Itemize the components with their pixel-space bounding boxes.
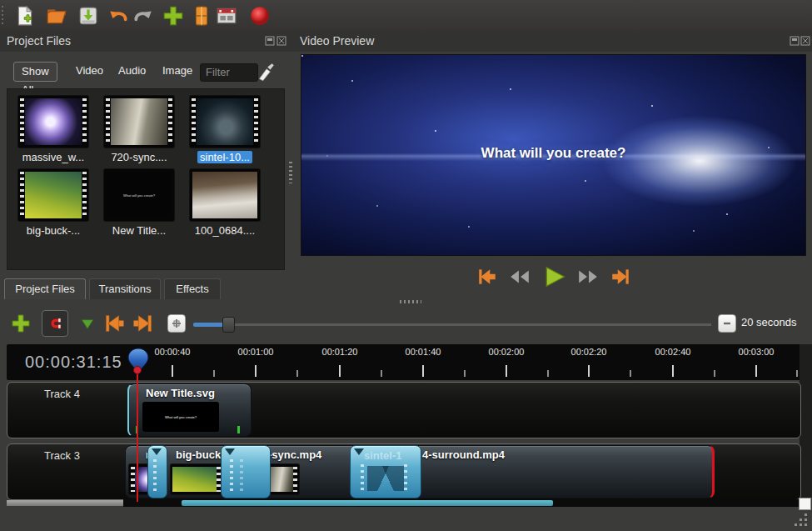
file-thumbnail-1000684[interactable] xyxy=(190,169,260,221)
ruler-tick-label: 00:01:00 xyxy=(227,347,285,357)
ruler-tick-label: 00:01:40 xyxy=(394,347,452,357)
fast-forward-button[interactable] xyxy=(577,266,599,288)
file-thumbnail-720sync[interactable] xyxy=(104,96,174,148)
tab-video[interactable]: Video xyxy=(76,62,103,80)
tab-audio[interactable]: Audio xyxy=(118,62,146,80)
add-track-button[interactable] xyxy=(11,313,31,333)
horizontal-splitter-handle[interactable] xyxy=(400,300,421,303)
file-label-selected[interactable]: sintel-10... xyxy=(182,151,268,163)
file-label[interactable]: New Title... xyxy=(96,224,182,237)
tab-transitions[interactable]: Transitions xyxy=(89,278,161,299)
clip-sync-label: -sync.mp4 xyxy=(268,448,321,461)
new-title-thumb-text: What will you create? xyxy=(107,172,172,218)
video-preview-panel-title: Video Preview xyxy=(300,34,374,48)
preview-overlay-text: What will you create? xyxy=(301,145,805,162)
track-4[interactable]: Track 4 New Title.svg What will you crea… xyxy=(7,382,801,438)
clip-big-buck-label: big-buck- xyxy=(176,448,225,461)
app-window: Project Files Video Preview Show All Vid… xyxy=(0,0,812,531)
window-resize-grip[interactable] xyxy=(805,523,807,526)
play-button[interactable] xyxy=(541,264,566,289)
clear-filter-brush-icon[interactable] xyxy=(255,62,276,83)
open-project-button[interactable] xyxy=(43,3,70,29)
clip-sintel-ghost-label: sintel-1 xyxy=(364,449,402,462)
record-icon xyxy=(249,5,271,27)
jump-end-button[interactable] xyxy=(610,266,631,288)
track-3-name: Track 3 xyxy=(44,449,80,462)
redo-button[interactable] xyxy=(130,3,157,29)
file-thumbnail-sintel[interactable] xyxy=(190,96,260,148)
add-media-icon xyxy=(162,5,184,27)
transition-1[interactable] xyxy=(147,445,167,498)
export-video-button[interactable] xyxy=(213,3,240,29)
snapping-toggle[interactable] xyxy=(42,310,68,337)
zoom-slider-handle[interactable] xyxy=(222,317,235,333)
undo-button[interactable] xyxy=(105,3,132,29)
tab-image[interactable]: Image xyxy=(162,62,192,80)
zoom-slider-track[interactable] xyxy=(193,323,711,326)
zoom-out-icon xyxy=(722,318,732,328)
chevron-down-icon[interactable] xyxy=(225,448,235,455)
transition-3[interactable]: sintel-1 xyxy=(350,445,421,498)
save-project-button[interactable] xyxy=(75,3,102,29)
ruler-tick-label: 00:02:40 xyxy=(644,347,702,357)
video-preview-frame[interactable]: What will you create? xyxy=(301,55,805,255)
project-files-float-icon[interactable] xyxy=(265,36,275,46)
file-thumbnail-newtitle[interactable]: What will you create? xyxy=(104,169,174,221)
clip-new-title[interactable]: New Title.svg What will you create? xyxy=(127,383,252,437)
tab-effects[interactable]: Effects xyxy=(164,278,221,299)
video-preview-float-icon[interactable] xyxy=(790,36,800,46)
chevron-down-icon[interactable] xyxy=(152,448,162,455)
panel-splitter-handle[interactable] xyxy=(289,162,292,183)
redo-icon xyxy=(132,5,154,27)
project-files-panel-title: Project Files xyxy=(7,34,71,48)
jump-start-button[interactable] xyxy=(476,266,498,288)
chevron-down-icon[interactable] xyxy=(354,448,364,455)
dock-header-row: Project Files Video Preview xyxy=(0,32,812,52)
horizontal-scrollbar-thumb[interactable] xyxy=(182,500,553,506)
ruler-tick-label: 00:02:20 xyxy=(560,347,618,357)
add-marker-button[interactable] xyxy=(80,317,95,332)
playhead-marker[interactable] xyxy=(127,348,150,374)
clip-resize-handle[interactable] xyxy=(237,426,240,433)
undo-icon xyxy=(107,5,129,27)
next-marker-button[interactable] xyxy=(131,312,154,335)
preview-stars xyxy=(301,55,303,57)
clip-new-title-thumbnail: What will you create? xyxy=(142,402,219,432)
export-video-icon xyxy=(216,5,237,27)
file-label[interactable]: 720-sync.... xyxy=(96,151,182,163)
ruler-tick-label: 00:00:40 xyxy=(143,347,202,357)
tab-show-all[interactable]: Show All xyxy=(13,62,57,82)
new-project-button[interactable] xyxy=(12,3,38,29)
file-thumbnail-bigbuck[interactable] xyxy=(18,169,88,221)
video-preview-close-icon[interactable] xyxy=(800,36,810,46)
toolbar-drag-handle[interactable] xyxy=(2,6,7,26)
zoom-out-button[interactable] xyxy=(718,314,736,333)
filter-input[interactable]: Filter xyxy=(200,63,258,82)
scrollbar-corner xyxy=(799,498,811,510)
add-media-button[interactable] xyxy=(160,3,187,29)
save-project-icon xyxy=(77,5,99,27)
previous-marker-button[interactable] xyxy=(103,312,127,335)
new-project-icon xyxy=(14,5,36,27)
timeline-right-gutter xyxy=(800,344,812,498)
file-label[interactable]: massive_w... xyxy=(10,151,97,163)
file-label[interactable]: big-buck-... xyxy=(10,224,97,237)
rewind-button[interactable] xyxy=(509,266,531,288)
center-playhead-button[interactable] xyxy=(167,314,186,333)
record-button[interactable] xyxy=(247,3,273,29)
track-3[interactable]: Track 3 m big-buck- -sync.mp4 xyxy=(7,443,801,500)
ruler-tick-label: 00:01:20 xyxy=(311,347,369,357)
choose-profile-button[interactable] xyxy=(188,3,215,29)
playhead-line[interactable] xyxy=(137,370,138,502)
project-files-close-icon[interactable] xyxy=(276,36,286,46)
tab-project-files[interactable]: Project Files xyxy=(4,278,86,299)
transition-2[interactable] xyxy=(221,445,271,498)
transport-controls xyxy=(301,262,805,292)
file-thumbnail-massive[interactable] xyxy=(18,96,88,148)
zoom-scale-label: 20 seconds xyxy=(741,316,797,328)
choose-profile-icon xyxy=(191,5,212,27)
magnet-icon xyxy=(47,315,63,332)
open-project-icon xyxy=(46,5,67,27)
file-label[interactable]: 100_0684.... xyxy=(182,224,268,237)
playhead-timecode: 00:00:31:15 xyxy=(25,353,122,372)
